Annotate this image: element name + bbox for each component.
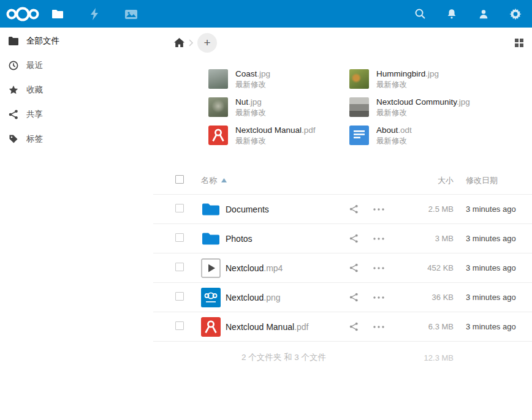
sidebar-item-all-files[interactable]: 全部文件	[0, 29, 153, 53]
file-extension: .jpg	[257, 69, 270, 78]
file-extension: .mp4	[264, 263, 283, 273]
share-button[interactable]	[349, 263, 359, 272]
search-icon[interactable]	[413, 7, 427, 21]
table-header-row: 名称 大小 修改日期	[153, 167, 532, 195]
sidebar-item-label: 共享	[26, 109, 43, 120]
sidebar-item-label: 收藏	[26, 84, 43, 96]
files-content: + Coast.jpg 最新修改 Hummingbird.jpg 最新修改 Nu…	[153, 28, 532, 420]
recent-file-tile[interactable]: Nextcloud Manual.pdf 最新修改	[208, 126, 349, 146]
file-extension: .jpg	[248, 97, 262, 107]
image-thumbnail	[349, 69, 369, 89]
file-name: Nextcloud Manual	[226, 322, 294, 332]
file-extension: .pdf	[302, 126, 316, 135]
row-checkbox[interactable]	[175, 292, 184, 301]
share-button[interactable]	[349, 234, 359, 243]
size-column-header[interactable]: 大小	[401, 175, 454, 186]
recent-file-tile[interactable]: Nextcloud Community.jpg 最新修改	[349, 97, 509, 118]
image-thumbnail	[208, 97, 228, 117]
sidebar-item-favorites[interactable]: 收藏	[0, 78, 153, 102]
row-checkbox[interactable]	[175, 233, 184, 242]
share-button[interactable]	[349, 293, 359, 302]
more-menu-button[interactable]	[373, 208, 384, 211]
sidebar-item-shared[interactable]: 共享	[0, 102, 153, 127]
modified-column-header[interactable]: 修改日期	[454, 175, 532, 186]
recent-file-info: About.odt 最新修改	[376, 126, 412, 146]
more-menu-button[interactable]	[373, 267, 384, 269]
file-status: 最新修改	[235, 108, 266, 118]
file-extension: .pdf	[294, 322, 308, 332]
file-name: Coast	[235, 69, 257, 78]
gallery-app-icon[interactable]	[124, 7, 139, 21]
select-all-checkbox[interactable]	[175, 175, 184, 184]
table-row[interactable]: Documents 2.5 MB 3 minutes ago	[153, 195, 532, 224]
file-name: Nut	[235, 97, 248, 107]
folder-icon	[201, 229, 226, 249]
chevron-right-icon	[189, 39, 194, 47]
new-file-button[interactable]: +	[197, 33, 217, 53]
file-status: 最新修改	[235, 80, 270, 89]
sidebar-item-tags[interactable]: 标签	[0, 127, 153, 151]
file-modified: 3 minutes ago	[454, 263, 532, 272]
sort-ascending-icon[interactable]	[221, 178, 227, 182]
video-file-icon	[201, 258, 226, 278]
file-extension: .odt	[398, 126, 412, 135]
file-extension: .png	[264, 293, 280, 302]
table-row[interactable]: Photos 3 MB 3 minutes ago	[153, 224, 532, 253]
sidebar-item-recent[interactable]: 最近	[0, 53, 153, 78]
breadcrumb-bar: +	[153, 28, 532, 58]
row-checkbox[interactable]	[175, 321, 184, 330]
clock-icon	[8, 61, 18, 71]
file-status: 最新修改	[376, 136, 412, 146]
nextcloud-png-icon	[201, 288, 226, 307]
pdf-icon	[208, 126, 228, 145]
recent-file-tile[interactable]: Coast.jpg 最新修改	[208, 69, 349, 89]
share-button[interactable]	[349, 322, 359, 331]
topbar-actions	[413, 7, 532, 21]
nextcloud-logo[interactable]	[5, 6, 40, 22]
sidebar-item-label: 最近	[26, 60, 43, 71]
file-size: 6.3 MB	[401, 322, 454, 331]
name-column-header[interactable]: 名称	[201, 175, 217, 186]
odt-document-icon	[349, 126, 369, 145]
home-breadcrumb-icon[interactable]	[174, 37, 185, 48]
more-menu-button[interactable]	[373, 296, 384, 299]
file-name: Nextcloud Community	[376, 97, 457, 107]
share-button[interactable]	[349, 204, 359, 214]
file-name: About	[376, 126, 398, 135]
file-size: 452 KB	[401, 263, 454, 272]
table-row[interactable]: Nextcloud Manual.pdf 6.3 MB 3 minutes ag…	[153, 312, 532, 342]
sidebar-item-label: 标签	[26, 133, 43, 144]
contacts-icon[interactable]	[477, 7, 490, 21]
file-count-summary: 2 个文件夹 和 3 个文件	[201, 352, 349, 363]
recent-file-info: Nut.jpg 最新修改	[235, 97, 266, 118]
grid-view-toggle-icon[interactable]	[514, 37, 525, 48]
file-name: Nextcloud Manual	[235, 126, 302, 135]
row-checkbox[interactable]	[175, 263, 184, 271]
more-menu-button[interactable]	[373, 238, 384, 240]
folder-icon	[8, 36, 18, 47]
pdf-icon	[201, 317, 226, 337]
file-status: 最新修改	[376, 80, 439, 89]
recent-file-tile[interactable]: Hummingbird.jpg 最新修改	[349, 69, 509, 89]
file-status: 最新修改	[235, 136, 316, 146]
file-name: Nextcloud	[226, 263, 264, 273]
notifications-bell-icon[interactable]	[445, 7, 458, 21]
recent-file-tile[interactable]: About.odt 最新修改	[349, 126, 509, 146]
recent-file-info: Coast.jpg 最新修改	[235, 69, 270, 89]
file-name: Photos	[226, 234, 253, 244]
table-row[interactable]: Nextcloud.mp4 452 KB 3 minutes ago	[153, 253, 532, 283]
files-app-icon[interactable]	[50, 7, 65, 21]
file-size: 36 KB	[401, 293, 454, 302]
more-menu-button[interactable]	[373, 326, 384, 328]
row-checkbox[interactable]	[175, 204, 184, 212]
share-icon	[8, 110, 18, 120]
activity-app-icon[interactable]	[87, 7, 102, 21]
file-extension: .jpg	[425, 69, 439, 78]
settings-gear-icon[interactable]	[509, 7, 522, 21]
file-modified: 3 minutes ago	[454, 293, 532, 302]
recent-file-info: Hummingbird.jpg 最新修改	[376, 69, 439, 89]
recent-file-info: Nextcloud Manual.pdf 最新修改	[235, 126, 316, 146]
recent-file-tile[interactable]: Nut.jpg 最新修改	[208, 97, 349, 118]
file-table: 名称 大小 修改日期 Documents	[153, 167, 532, 373]
table-row[interactable]: Nextcloud.png 36 KB 3 minutes ago	[153, 283, 532, 312]
